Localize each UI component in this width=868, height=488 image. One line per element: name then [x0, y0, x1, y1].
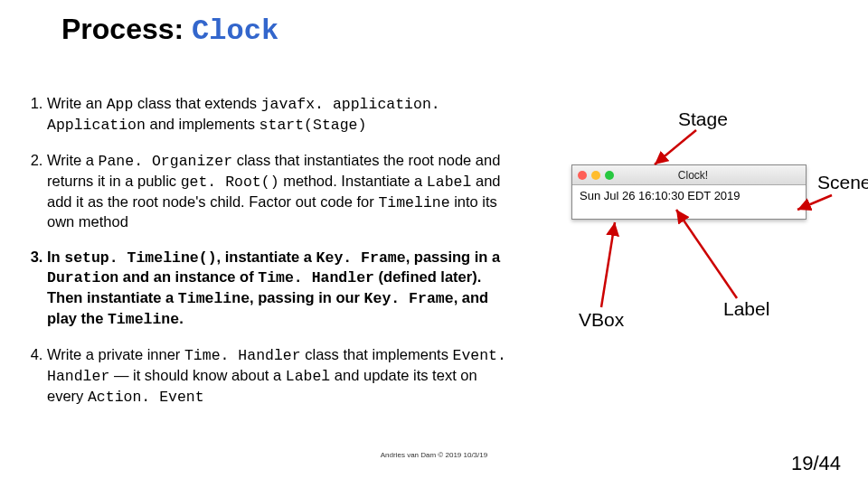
- svg-line-0: [655, 130, 696, 164]
- svg-line-3: [676, 210, 737, 298]
- step-4: Write a private inner Time. Handler clas…: [47, 345, 506, 407]
- callout-stage: Stage: [678, 108, 728, 130]
- callout-label: Label: [723, 298, 769, 320]
- example-window: Clock! Sun Jul 26 16:10:30 EDT 2019: [571, 164, 807, 220]
- title-prefix: Process:: [61, 13, 192, 45]
- footer: Andries van Dam © 2019 10/3/19: [0, 451, 868, 459]
- window-body: Sun Jul 26 16:10:30 EDT 2019: [572, 185, 806, 219]
- window-titlebar: Clock!: [572, 165, 806, 185]
- callout-scene: Scene: [817, 172, 868, 193]
- page-number: 19/44: [791, 452, 841, 475]
- slide: Process: Clock Write an App class that e…: [0, 0, 868, 488]
- title-code: Clock: [192, 14, 278, 48]
- slide-title: Process: Clock: [61, 13, 278, 48]
- step-2: Write a Pane. Organizer class that insta…: [47, 151, 506, 231]
- step-1: Write an App class that extends javafx. …: [47, 94, 506, 135]
- clock-label: Sun Jul 26 16:10:30 EDT 2019: [580, 189, 741, 202]
- step-3: In setup. Timeline(), instantiate a Key.…: [47, 248, 506, 330]
- window-title: Clock!: [586, 169, 800, 182]
- svg-line-2: [601, 222, 615, 307]
- callout-vbox: VBox: [579, 309, 624, 331]
- steps-list: Write an App class that extends javafx. …: [18, 94, 506, 423]
